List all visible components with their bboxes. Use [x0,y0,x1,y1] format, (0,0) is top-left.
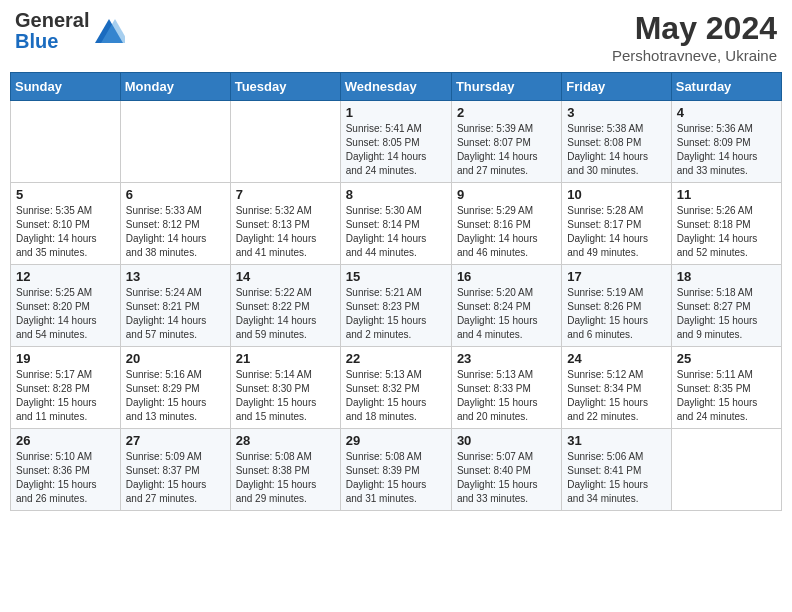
day-number: 23 [457,351,556,366]
day-detail: Sunrise: 5:24 AM Sunset: 8:21 PM Dayligh… [126,286,225,342]
calendar-cell: 28Sunrise: 5:08 AM Sunset: 8:38 PM Dayli… [230,429,340,511]
calendar-cell: 21Sunrise: 5:14 AM Sunset: 8:30 PM Dayli… [230,347,340,429]
day-number: 15 [346,269,446,284]
day-detail: Sunrise: 5:25 AM Sunset: 8:20 PM Dayligh… [16,286,115,342]
calendar-cell: 30Sunrise: 5:07 AM Sunset: 8:40 PM Dayli… [451,429,561,511]
calendar-cell: 5Sunrise: 5:35 AM Sunset: 8:10 PM Daylig… [11,183,121,265]
location-subtitle: Pershotravneve, Ukraine [612,47,777,64]
calendar-cell: 15Sunrise: 5:21 AM Sunset: 8:23 PM Dayli… [340,265,451,347]
calendar-week-4: 19Sunrise: 5:17 AM Sunset: 8:28 PM Dayli… [11,347,782,429]
day-detail: Sunrise: 5:18 AM Sunset: 8:27 PM Dayligh… [677,286,776,342]
calendar-cell [120,101,230,183]
calendar-cell: 8Sunrise: 5:30 AM Sunset: 8:14 PM Daylig… [340,183,451,265]
day-detail: Sunrise: 5:13 AM Sunset: 8:32 PM Dayligh… [346,368,446,424]
logo-general: General [15,10,89,31]
day-number: 1 [346,105,446,120]
day-detail: Sunrise: 5:41 AM Sunset: 8:05 PM Dayligh… [346,122,446,178]
day-number: 26 [16,433,115,448]
day-detail: Sunrise: 5:20 AM Sunset: 8:24 PM Dayligh… [457,286,556,342]
calendar-cell [671,429,781,511]
day-detail: Sunrise: 5:06 AM Sunset: 8:41 PM Dayligh… [567,450,665,506]
day-detail: Sunrise: 5:32 AM Sunset: 8:13 PM Dayligh… [236,204,335,260]
day-number: 19 [16,351,115,366]
col-header-saturday: Saturday [671,73,781,101]
day-number: 16 [457,269,556,284]
calendar-cell: 3Sunrise: 5:38 AM Sunset: 8:08 PM Daylig… [562,101,671,183]
calendar-cell: 18Sunrise: 5:18 AM Sunset: 8:27 PM Dayli… [671,265,781,347]
col-header-monday: Monday [120,73,230,101]
col-header-thursday: Thursday [451,73,561,101]
day-number: 2 [457,105,556,120]
day-number: 28 [236,433,335,448]
day-detail: Sunrise: 5:29 AM Sunset: 8:16 PM Dayligh… [457,204,556,260]
day-number: 24 [567,351,665,366]
day-number: 14 [236,269,335,284]
day-number: 30 [457,433,556,448]
day-detail: Sunrise: 5:08 AM Sunset: 8:38 PM Dayligh… [236,450,335,506]
calendar-cell: 12Sunrise: 5:25 AM Sunset: 8:20 PM Dayli… [11,265,121,347]
day-number: 20 [126,351,225,366]
day-detail: Sunrise: 5:14 AM Sunset: 8:30 PM Dayligh… [236,368,335,424]
day-number: 13 [126,269,225,284]
calendar-cell: 20Sunrise: 5:16 AM Sunset: 8:29 PM Dayli… [120,347,230,429]
day-number: 9 [457,187,556,202]
day-number: 17 [567,269,665,284]
calendar-cell: 22Sunrise: 5:13 AM Sunset: 8:32 PM Dayli… [340,347,451,429]
day-number: 4 [677,105,776,120]
calendar-cell: 25Sunrise: 5:11 AM Sunset: 8:35 PM Dayli… [671,347,781,429]
day-number: 21 [236,351,335,366]
day-detail: Sunrise: 5:36 AM Sunset: 8:09 PM Dayligh… [677,122,776,178]
calendar-week-3: 12Sunrise: 5:25 AM Sunset: 8:20 PM Dayli… [11,265,782,347]
calendar-cell: 10Sunrise: 5:28 AM Sunset: 8:17 PM Dayli… [562,183,671,265]
day-detail: Sunrise: 5:17 AM Sunset: 8:28 PM Dayligh… [16,368,115,424]
col-header-tuesday: Tuesday [230,73,340,101]
day-number: 10 [567,187,665,202]
calendar-week-1: 1Sunrise: 5:41 AM Sunset: 8:05 PM Daylig… [11,101,782,183]
calendar-cell: 16Sunrise: 5:20 AM Sunset: 8:24 PM Dayli… [451,265,561,347]
day-number: 25 [677,351,776,366]
day-number: 8 [346,187,446,202]
logo: General Blue [15,10,125,52]
calendar-week-2: 5Sunrise: 5:35 AM Sunset: 8:10 PM Daylig… [11,183,782,265]
day-detail: Sunrise: 5:07 AM Sunset: 8:40 PM Dayligh… [457,450,556,506]
day-number: 7 [236,187,335,202]
calendar-cell: 11Sunrise: 5:26 AM Sunset: 8:18 PM Dayli… [671,183,781,265]
day-detail: Sunrise: 5:28 AM Sunset: 8:17 PM Dayligh… [567,204,665,260]
calendar-cell: 26Sunrise: 5:10 AM Sunset: 8:36 PM Dayli… [11,429,121,511]
day-number: 22 [346,351,446,366]
day-detail: Sunrise: 5:12 AM Sunset: 8:34 PM Dayligh… [567,368,665,424]
calendar-header-row: SundayMondayTuesdayWednesdayThursdayFrid… [11,73,782,101]
day-detail: Sunrise: 5:35 AM Sunset: 8:10 PM Dayligh… [16,204,115,260]
day-detail: Sunrise: 5:11 AM Sunset: 8:35 PM Dayligh… [677,368,776,424]
day-detail: Sunrise: 5:08 AM Sunset: 8:39 PM Dayligh… [346,450,446,506]
calendar-cell: 17Sunrise: 5:19 AM Sunset: 8:26 PM Dayli… [562,265,671,347]
calendar-cell: 31Sunrise: 5:06 AM Sunset: 8:41 PM Dayli… [562,429,671,511]
logo-icon [93,15,125,47]
day-number: 5 [16,187,115,202]
day-detail: Sunrise: 5:30 AM Sunset: 8:14 PM Dayligh… [346,204,446,260]
calendar-cell: 19Sunrise: 5:17 AM Sunset: 8:28 PM Dayli… [11,347,121,429]
day-detail: Sunrise: 5:39 AM Sunset: 8:07 PM Dayligh… [457,122,556,178]
title-block: May 2024 Pershotravneve, Ukraine [612,10,777,64]
day-number: 18 [677,269,776,284]
day-number: 3 [567,105,665,120]
day-detail: Sunrise: 5:19 AM Sunset: 8:26 PM Dayligh… [567,286,665,342]
day-number: 29 [346,433,446,448]
day-detail: Sunrise: 5:09 AM Sunset: 8:37 PM Dayligh… [126,450,225,506]
month-year-title: May 2024 [612,10,777,47]
page-header: General Blue May 2024 Pershotravneve, Uk… [10,10,782,64]
calendar-cell: 7Sunrise: 5:32 AM Sunset: 8:13 PM Daylig… [230,183,340,265]
day-detail: Sunrise: 5:22 AM Sunset: 8:22 PM Dayligh… [236,286,335,342]
calendar-cell: 2Sunrise: 5:39 AM Sunset: 8:07 PM Daylig… [451,101,561,183]
calendar-cell: 27Sunrise: 5:09 AM Sunset: 8:37 PM Dayli… [120,429,230,511]
calendar-cell: 14Sunrise: 5:22 AM Sunset: 8:22 PM Dayli… [230,265,340,347]
day-number: 11 [677,187,776,202]
calendar-cell: 1Sunrise: 5:41 AM Sunset: 8:05 PM Daylig… [340,101,451,183]
day-detail: Sunrise: 5:33 AM Sunset: 8:12 PM Dayligh… [126,204,225,260]
day-detail: Sunrise: 5:13 AM Sunset: 8:33 PM Dayligh… [457,368,556,424]
day-number: 31 [567,433,665,448]
col-header-friday: Friday [562,73,671,101]
day-number: 6 [126,187,225,202]
calendar-cell: 6Sunrise: 5:33 AM Sunset: 8:12 PM Daylig… [120,183,230,265]
day-number: 27 [126,433,225,448]
